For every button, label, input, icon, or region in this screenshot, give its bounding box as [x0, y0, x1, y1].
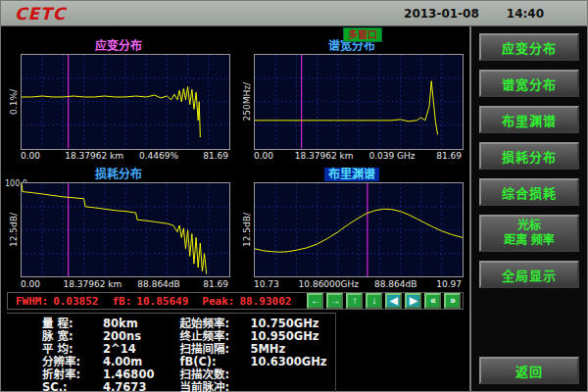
cetc-logo: CETC [15, 4, 66, 24]
datetime-display: 2013-01-08 14:40 [404, 7, 544, 21]
peak-value: 88.93002 [239, 295, 291, 308]
x-axis-max-label: 81.69 [203, 151, 228, 161]
x-axis-max-label: 10.97 [436, 279, 462, 289]
nav-fast-next-button[interactable]: » [444, 293, 461, 309]
y-axis-scale-label: 12.5dB/ [9, 213, 19, 247]
cursor-position-label: 18.37962 km [295, 151, 354, 161]
peak-label: Peak: [202, 295, 234, 308]
x-axis-brillouin: 10.73 10.86000GHz 88.864dB 10.97 [240, 277, 464, 290]
x-axis-max-label: 81.69 [436, 151, 462, 161]
time-label: 14:40 [507, 7, 544, 21]
x-axis-min-label: 10.73 [254, 279, 279, 289]
y-axis-strain: 0.1%/ [7, 54, 21, 150]
x-axis-loss: 0.00 18.37962 km 88.864dB 81.69 [7, 277, 230, 290]
chart-loss-distribution: 损耗分布 100.0 12.5dB/ 0.00 18.37962 [7, 168, 230, 291]
x-axis-spectral-width: 0.00 18.37962 km 0.039 GHz 81.69 [240, 150, 464, 163]
chart-grid: 应变分布 0.1%/ 0.00 18.37962 km [1, 39, 469, 290]
param-row: 当前脉冲: [179, 381, 326, 392]
y-axis-scale-label: 12.5dB/ [242, 213, 252, 247]
cursor-value-label: 88.864dB [137, 279, 179, 289]
cursor-nav-buttons: ← → ↑ ↓ ◀ ▶ « » [307, 293, 461, 309]
sidebar-button-cursor-distance-frequency[interactable]: 光标 距离 频率 [479, 215, 579, 252]
chart-title-loss: 损耗分布 [7, 168, 230, 182]
main-display-area: 多窗口 应变分布 0.1%/ 0.00 [1, 26, 469, 391]
fb-value: 10.85649 [136, 295, 188, 308]
sidebar-button-brillouin-spectrum[interactable]: 布里渊谱 [479, 106, 579, 133]
x-axis-min-label: 0.00 [254, 151, 273, 161]
brillouin-plot-area[interactable] [254, 182, 464, 278]
cursor-position-label: 18.37962 km [64, 279, 122, 289]
x-axis-max-label: 81.69 [203, 279, 228, 289]
nav-right-button[interactable]: → [326, 293, 343, 309]
sidebar-button-total-loss[interactable]: 综合损耗 [479, 178, 579, 206]
instrument-window: CETC 2013-01-08 14:40 多窗口 应变分布 0.1%/ [0, 0, 588, 392]
chart-spectral-width-distribution: 谱宽分布 250MHz/ 0.00 18.37962 km [240, 39, 464, 163]
sidebar-button-strain-distribution[interactable]: 应变分布 [479, 33, 579, 61]
parameter-column-left: 量 程:80km 脉 宽:200ns 平 均:2^14 分辨率:4.00m 折射… [42, 318, 154, 392]
date-label: 2013-01-08 [404, 7, 479, 21]
chart-brillouin-spectrum: 布里渊谱 12.5dB/ 10.73 10.86000GHz [240, 168, 464, 291]
cursor-position-label: 10.86000GHz [299, 279, 359, 289]
nav-prev-button[interactable]: ◀ [385, 293, 402, 309]
fb-label: fB: [112, 295, 131, 308]
chart-strain-distribution: 应变分布 0.1%/ 0.00 18.37962 km [7, 39, 230, 163]
sidebar-spacer [479, 297, 579, 348]
param-row: SC.:4.7673 [42, 381, 154, 392]
spectral-width-plot-area[interactable] [254, 54, 464, 150]
fwhm-value: 0.03852 [53, 295, 98, 308]
strain-plot-area[interactable] [21, 54, 230, 150]
chart-title-strain: 应变分布 [7, 39, 230, 54]
y-axis-scale-label: 0.1%/ [9, 89, 19, 115]
sidebar-button-global-display[interactable]: 全局显示 [479, 261, 579, 288]
parameter-panel: 量 程:80km 脉 宽:200ns 平 均:2^14 分辨率:4.00m 折射… [7, 313, 336, 392]
measurement-row: FWHM:0.03852 fB:10.85649 Peak:88.93002 ←… [7, 292, 464, 310]
sidebar-button-loss-distribution[interactable]: 损耗分布 [479, 142, 579, 170]
sidebar-button-return[interactable]: 返回 [479, 357, 579, 384]
nav-down-button[interactable]: ↓ [366, 293, 382, 309]
measurement-readout: FWHM:0.03852 fB:10.85649 Peak:88.93002 [16, 295, 291, 308]
y-axis-spectral-width: 250MHz/ [240, 54, 254, 150]
loss-plot-area[interactable] [21, 182, 230, 278]
y-axis-loss: 100.0 12.5dB/ [7, 182, 21, 278]
y-axis-brillouin: 12.5dB/ [240, 182, 254, 278]
cursor-value-label: 88.864dB [374, 279, 416, 289]
fwhm-label: FWHM: [16, 295, 48, 308]
nav-left-button[interactable]: ← [307, 293, 323, 309]
multi-window-badge: 多窗口 [343, 27, 382, 42]
function-sidebar: 应变分布 谱宽分布 布里渊谱 损耗分布 综合损耗 光标 距离 频率 全局显示 返… [469, 26, 587, 391]
cursor-value-label: 0.4469% [139, 151, 178, 161]
x-axis-strain: 0.00 18.37962 km 0.4469% 81.69 [7, 150, 230, 163]
nav-fast-prev-button[interactable]: « [424, 293, 441, 309]
cursor-position-label: 18.37962 km [65, 151, 123, 161]
x-axis-min-label: 0.00 [21, 151, 40, 161]
y-axis-scale-label: 250MHz/ [242, 82, 252, 121]
x-axis-min-label: 0.00 [21, 279, 40, 289]
sidebar-button-spectral-width-distribution[interactable]: 谱宽分布 [479, 70, 579, 97]
nav-next-button[interactable]: ▶ [405, 293, 421, 309]
nav-up-button[interactable]: ↑ [346, 293, 363, 309]
cursor-value-label: 0.039 GHz [368, 151, 415, 161]
parameter-column-right: 起始频率:10.750GHz 终止频率:10.950GHz 扫描间隔:5MHz … [179, 318, 326, 392]
title-bar: CETC 2013-01-08 14:40 [1, 1, 587, 26]
chart-title-brillouin: 布里渊谱 [240, 168, 464, 182]
